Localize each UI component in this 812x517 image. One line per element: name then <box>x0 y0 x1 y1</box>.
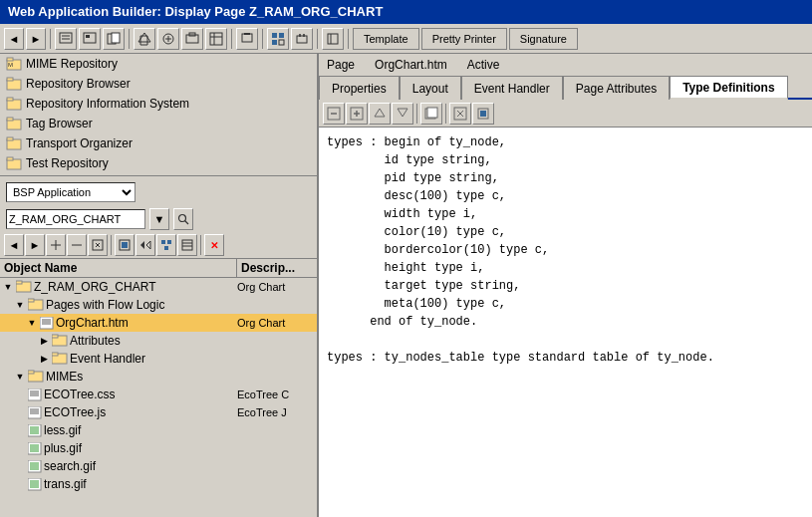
back-button[interactable]: ◄ <box>4 28 24 50</box>
svg-rect-55 <box>164 246 168 250</box>
list-item[interactable]: ▼ Z_RAM_ORG_CHART Org Chart <box>0 278 317 296</box>
expand-icon[interactable]: ▼ <box>26 317 38 329</box>
transport-organizer-icon <box>6 135 22 151</box>
lt-btn7[interactable] <box>177 234 197 256</box>
list-item[interactable]: less.gif <box>0 421 317 439</box>
template-button[interactable]: Template <box>353 28 419 50</box>
svg-rect-19 <box>272 33 277 38</box>
tree-col-desc-header: Descrip... <box>237 259 317 277</box>
toolbar-icon-3[interactable] <box>103 28 125 50</box>
tab-page-attributes[interactable]: Page Attributes <box>563 76 670 100</box>
list-item[interactable]: ▶ Event Handler <box>0 350 317 368</box>
svg-rect-17 <box>242 34 252 42</box>
mime-repository-icon: M <box>6 56 22 72</box>
sidebar-item-repository-info[interactable]: Repository Information System <box>0 94 317 114</box>
lt-btn6[interactable] <box>156 234 176 256</box>
list-item[interactable]: trans.gif <box>0 475 317 493</box>
sidebar-item-mime-repository[interactable]: M MIME Repository <box>0 54 317 74</box>
list-item[interactable]: ▼ Pages with Flow Logic <box>0 296 317 314</box>
sidebar-item-transport-organizer[interactable]: Transport Organizer <box>0 133 317 153</box>
forward-button[interactable]: ► <box>26 28 46 50</box>
svg-rect-21 <box>272 40 277 45</box>
ct-btn4[interactable] <box>392 103 413 125</box>
separator-3 <box>231 29 232 49</box>
lt-btn5[interactable] <box>135 234 155 256</box>
lt-btn3[interactable] <box>88 234 108 256</box>
svg-rect-32 <box>7 78 13 81</box>
expand-icon[interactable]: ▼ <box>2 281 14 293</box>
app-type-row: BSP Application <box>0 178 317 206</box>
toolbar-icon-1[interactable] <box>55 28 77 50</box>
toolbar-icon-2[interactable] <box>79 28 101 50</box>
list-item[interactable]: ECOTree.js EcoTree J <box>0 403 317 421</box>
expand-icon[interactable]: ▶ <box>38 353 50 365</box>
ct-btn6[interactable] <box>449 103 471 125</box>
sidebar-item-test-repository[interactable]: Test Repository <box>0 153 317 173</box>
tree-item-desc: Org Chart <box>237 281 317 293</box>
page-info-bar: Page OrgChart.htm Active <box>319 54 812 76</box>
list-item[interactable]: ▶ Attributes <box>0 332 317 350</box>
list-item[interactable]: plus.gif <box>0 439 317 457</box>
list-item[interactable]: ▼ OrgChart.htm Org Chart <box>0 314 317 332</box>
lt-btn1[interactable] <box>46 234 66 256</box>
toolbar-icon-8[interactable] <box>236 28 258 50</box>
toolbar-icon-6[interactable] <box>181 28 203 50</box>
toolbar-icon-9[interactable] <box>267 28 289 50</box>
toolbar-icon-4[interactable] <box>134 28 155 50</box>
tag-browser-icon <box>6 116 22 131</box>
svg-rect-22 <box>279 40 284 45</box>
toolbar-icon-5[interactable] <box>157 28 179 50</box>
right-panel: Page OrgChart.htm Active Properties Layo… <box>319 54 812 517</box>
svg-point-41 <box>179 215 186 222</box>
tab-event-handler[interactable]: Event Handler <box>461 76 563 100</box>
sidebar-item-repository-browser[interactable]: Repository Browser <box>0 74 317 94</box>
pretty-printer-button[interactable]: Pretty Printer <box>421 28 507 50</box>
separator-4 <box>262 29 263 49</box>
lt-btn2[interactable] <box>67 234 87 256</box>
ct-btn1[interactable] <box>323 103 345 125</box>
app-search-btn[interactable] <box>173 208 193 230</box>
list-item[interactable]: search.gif <box>0 457 317 475</box>
app-dropdown-btn[interactable]: ▼ <box>149 208 169 230</box>
ct-btn3[interactable] <box>369 103 391 125</box>
list-item[interactable]: ▼ MIMEs <box>0 368 317 386</box>
expand-icon[interactable]: ▼ <box>14 299 26 311</box>
toolbar-icon-10[interactable] <box>291 28 313 50</box>
tree-item-label: Attributes <box>70 334 121 348</box>
test-repository-label: Test Repository <box>26 156 109 170</box>
sidebar-item-tag-browser[interactable]: Tag Browser <box>0 114 317 133</box>
content-toolbar <box>319 100 812 128</box>
app-name-input[interactable] <box>6 209 145 229</box>
lt-back[interactable]: ◄ <box>4 234 24 256</box>
toolbar-icon-11[interactable] <box>322 28 344 50</box>
tree-col-name-header: Object Name <box>0 259 237 277</box>
app-name-row: ▼ <box>0 206 317 232</box>
ct-btn2[interactable] <box>346 103 368 125</box>
tabs-bar: Properties Layout Event Handler Page Att… <box>319 76 812 100</box>
ct-btn5[interactable] <box>420 103 442 125</box>
toolbar-icon-7[interactable] <box>205 28 227 50</box>
list-item[interactable]: ECOTree.css EcoTree C <box>0 386 317 403</box>
lt-btn8[interactable]: ✕ <box>204 234 224 256</box>
svg-text:M: M <box>8 62 13 68</box>
lt-btn4[interactable] <box>115 234 135 256</box>
tab-properties[interactable]: Properties <box>319 76 400 100</box>
tree-item-desc: Org Chart <box>237 317 317 329</box>
expand-icon[interactable]: ▶ <box>38 335 50 347</box>
svg-rect-0 <box>60 33 72 43</box>
ct-btn7[interactable] <box>472 103 494 125</box>
svg-rect-18 <box>244 33 250 35</box>
code-editor[interactable]: types : begin of ty_node, id type string… <box>319 128 812 517</box>
separator-6 <box>348 29 349 49</box>
repository-info-icon <box>6 96 22 112</box>
expand-icon[interactable]: ▼ <box>14 371 26 383</box>
main-area: M MIME Repository Repository Browser Rep… <box>0 54 812 517</box>
app-type-select[interactable]: BSP Application <box>6 182 135 202</box>
signature-button[interactable]: Signature <box>509 28 578 50</box>
svg-rect-14 <box>210 33 222 45</box>
tab-type-definitions[interactable]: Type Definitions <box>670 76 787 100</box>
svg-rect-40 <box>7 157 13 160</box>
svg-marker-52 <box>146 241 150 249</box>
tab-layout[interactable]: Layout <box>400 76 461 100</box>
lt-forward[interactable]: ► <box>25 234 45 256</box>
